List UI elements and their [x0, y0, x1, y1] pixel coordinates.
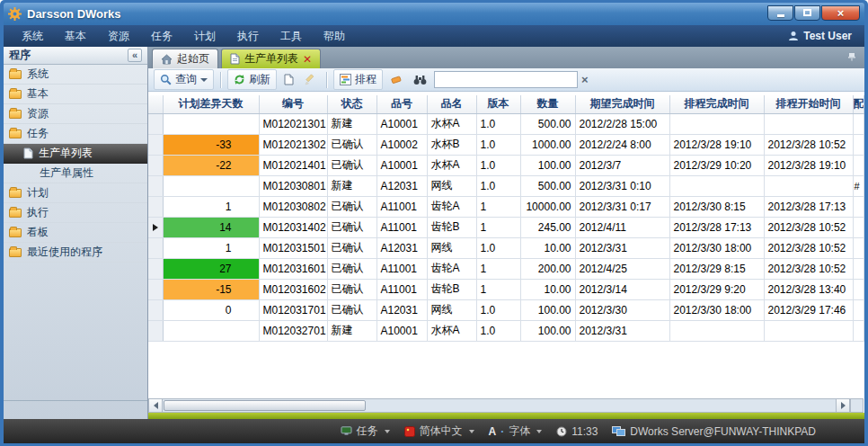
cell-version[interactable]: 1.0 — [476, 155, 520, 175]
cell-qty[interactable]: 1000.00 — [520, 134, 575, 155]
sidebar-item-execute[interactable]: 执行 — [4, 203, 147, 223]
cell-order_no[interactable]: M012030801 — [259, 175, 327, 196]
cell-sched_start_time[interactable] — [764, 175, 853, 196]
cell-sched_start_time[interactable]: 2012/3/28 10:52 — [764, 237, 853, 258]
cell-sched_end_time[interactable] — [669, 113, 764, 134]
cell-partial_mark[interactable] — [853, 299, 864, 320]
cell-partial_mark[interactable] — [853, 320, 864, 341]
cell-status[interactable]: 新建 — [327, 320, 376, 341]
menu-tools[interactable]: 工具 — [270, 26, 313, 47]
cell-diff[interactable]: 1 — [163, 237, 259, 258]
tab-pin-button[interactable] — [846, 51, 857, 65]
tab-close-icon[interactable]: ✕ — [303, 54, 312, 65]
scrollbar-thumb[interactable] — [164, 400, 366, 411]
table-row[interactable]: -15M012031602已确认A11001齿轮B110.002012/3/14… — [148, 279, 864, 299]
cell-sched_start_time[interactable]: 2012/3/28 10:52 — [764, 134, 853, 155]
cell-item_no[interactable]: A10001 — [376, 155, 427, 175]
cell-qty[interactable]: 10.00 — [520, 237, 575, 258]
header-partial-column[interactable]: 配 — [853, 95, 864, 113]
edit-record-button[interactable] — [301, 71, 320, 88]
menu-plan[interactable]: 计划 — [183, 26, 226, 47]
cell-sched_start_time[interactable]: 2012/3/28 17:13 — [764, 196, 853, 217]
cell-version[interactable]: 1.0 — [476, 320, 520, 341]
scrollbar-track[interactable] — [163, 398, 836, 413]
cell-diff[interactable]: 14 — [163, 217, 259, 237]
cell-status[interactable]: 已确认 — [327, 237, 376, 258]
cell-diff[interactable]: 0 — [163, 299, 259, 320]
maximize-button[interactable] — [794, 5, 820, 21]
cell-partial_mark[interactable] — [853, 217, 864, 237]
cell-item_no[interactable]: A10001 — [376, 113, 427, 134]
cell-partial_mark[interactable] — [853, 279, 864, 299]
header-item-name[interactable]: 品名 — [427, 95, 476, 113]
sidebar-item-kanban[interactable]: 看板 — [4, 223, 147, 243]
cell-partial_mark[interactable] — [853, 134, 864, 155]
cell-order_no[interactable]: M012021302 — [259, 134, 327, 155]
cell-status[interactable]: 新建 — [327, 175, 376, 196]
cell-sched_start_time[interactable] — [764, 320, 853, 341]
cell-expect_time[interactable]: 2012/2/24 8:00 — [575, 134, 669, 155]
statusbar-font-menu[interactable]: A · 字体 — [489, 424, 543, 439]
table-row[interactable]: M012021301新建A10001水杯A1.0500.002012/2/28 … — [148, 113, 864, 134]
header-sched-finish-time[interactable]: 排程完成时间 — [669, 95, 764, 113]
cell-partial_mark[interactable] — [853, 196, 864, 217]
cell-sched_end_time[interactable]: 2012/3/30 8:15 — [669, 196, 764, 217]
close-button[interactable]: × — [821, 5, 860, 21]
refresh-button[interactable]: 刷新 — [227, 69, 277, 90]
header-version[interactable]: 版本 — [476, 95, 520, 113]
cell-expect_time[interactable]: 2012/3/7 — [575, 155, 669, 175]
cell-item_no[interactable]: A11001 — [376, 217, 427, 237]
cell-qty[interactable]: 200.00 — [520, 258, 575, 279]
cell-order_no[interactable]: M012031602 — [259, 279, 327, 299]
cell-item_no[interactable]: A11001 — [376, 196, 427, 217]
cell-partial_mark[interactable] — [853, 258, 864, 279]
cell-item_name[interactable]: 齿轮A — [427, 196, 476, 217]
cell-item_name[interactable]: 网线 — [427, 299, 476, 320]
cell-diff[interactable] — [163, 113, 259, 134]
table-row[interactable]: M012032701新建A10001水杯A1.0100.002012/3/31 — [148, 320, 864, 341]
sidebar-item-system[interactable]: 系统 — [4, 65, 147, 85]
cell-diff[interactable] — [163, 320, 259, 341]
cell-qty[interactable]: 500.00 — [520, 175, 575, 196]
menu-help[interactable]: 帮助 — [313, 26, 356, 47]
cell-qty[interactable]: 100.00 — [520, 320, 575, 341]
sidebar-item-plan[interactable]: 计划 — [4, 183, 147, 203]
cell-qty[interactable]: 100.00 — [520, 155, 575, 175]
cell-expect_time[interactable]: 2012/3/14 — [575, 279, 669, 299]
cell-expect_time[interactable]: 2012/4/25 — [575, 258, 669, 279]
cell-sched_end_time[interactable]: 2012/3/29 9:20 — [669, 279, 764, 299]
cell-partial_mark[interactable] — [853, 237, 864, 258]
menu-execute[interactable]: 执行 — [226, 26, 270, 47]
cell-order_no[interactable]: M012031402 — [259, 217, 327, 237]
cell-version[interactable]: 1 — [476, 279, 520, 299]
table-row[interactable]: 14M012031402已确认A11001齿轮B1245.002012/4/11… — [148, 217, 864, 237]
cell-sched_start_time[interactable]: 2012/3/28 19:10 — [764, 155, 853, 175]
scroll-left-button[interactable] — [148, 398, 163, 413]
cell-qty[interactable]: 10000.00 — [520, 196, 575, 217]
horizontal-scrollbar[interactable] — [148, 398, 864, 413]
cell-item_name[interactable]: 水杯A — [427, 155, 476, 175]
table-row[interactable]: 1M012030802已确认A11001齿轮A110000.002012/3/3… — [148, 196, 864, 217]
tab-start-page[interactable]: 起始页 — [152, 49, 218, 68]
cell-partial_mark[interactable]: # — [853, 175, 864, 196]
table-row[interactable]: -33M012021302已确认A10002水杯B1.01000.002012/… — [148, 134, 864, 155]
cell-item_name[interactable]: 网线 — [427, 175, 476, 196]
statusbar-task-menu[interactable]: 任务 — [341, 424, 390, 439]
cell-qty[interactable]: 500.00 — [520, 113, 575, 134]
sidebar-item-recent-programs[interactable]: 最近使用的程序 — [4, 243, 147, 263]
table-row[interactable]: 27M012031601已确认A11001齿轮A1200.002012/4/25… — [148, 258, 864, 279]
sidebar-item-production-order-list[interactable]: 生产单列表 — [4, 144, 147, 164]
menu-system[interactable]: 系统 — [11, 26, 54, 47]
cell-qty[interactable]: 10.00 — [520, 279, 575, 299]
cell-sched_start_time[interactable]: 2012/3/28 10:52 — [764, 217, 853, 237]
cell-order_no[interactable]: M012032701 — [259, 320, 327, 341]
schedule-button[interactable]: 排程 — [333, 69, 383, 90]
sidebar-item-resource[interactable]: 资源 — [4, 104, 147, 124]
cell-order_no[interactable]: M012031701 — [259, 299, 327, 320]
cell-item_no[interactable]: A12031 — [376, 175, 427, 196]
cell-item_no[interactable]: A10001 — [376, 320, 427, 341]
cell-sched_end_time[interactable]: 2012/3/28 17:13 — [669, 217, 764, 237]
cell-status[interactable]: 已确认 — [327, 134, 376, 155]
cell-diff[interactable]: 27 — [163, 258, 259, 279]
cell-sched_start_time[interactable]: 2012/3/28 13:40 — [764, 279, 853, 299]
